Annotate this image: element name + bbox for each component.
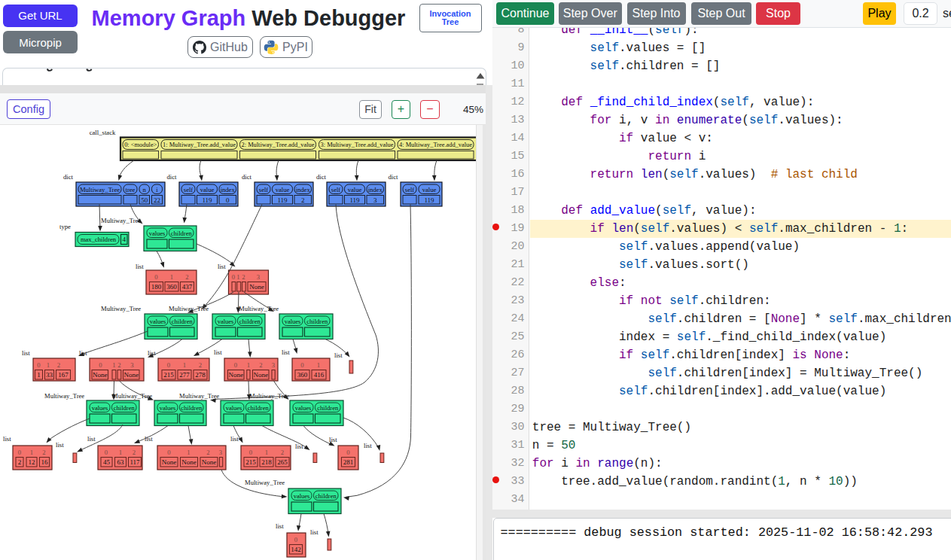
svg-text:0: 0 (294, 536, 297, 543)
svg-text:1: 1 (47, 361, 50, 369)
svg-text:215: 215 (163, 371, 174, 379)
svg-text:list: list (230, 435, 239, 443)
svg-text:0: 0 (154, 273, 157, 281)
svg-text:children: children (114, 404, 136, 412)
svg-text:2: 2 (199, 361, 202, 369)
svg-text:360: 360 (297, 371, 308, 379)
svg-text:values: values (226, 404, 242, 412)
svg-text:3: 3 (257, 273, 260, 281)
svg-text:self: self (331, 186, 341, 193)
svg-text:0: <module>: 0: <module> (124, 142, 157, 148)
svg-text:Multiway_Tree: Multiway_Tree (245, 479, 285, 486)
svg-text:dict: dict (389, 173, 399, 181)
svg-text:119: 119 (277, 196, 288, 204)
svg-text:list: list (334, 352, 343, 359)
svg-text:children: children (239, 318, 261, 325)
svg-text:Multiway_Tree: Multiway_Tree (80, 186, 120, 193)
svg-text:142: 142 (291, 546, 301, 553)
svg-text:1: 1 (119, 449, 122, 456)
svg-text:children: children (315, 492, 337, 500)
svg-text:3: 3 (130, 361, 133, 369)
svg-text:n: n (143, 186, 147, 193)
svg-text:277: 277 (179, 371, 190, 379)
svg-text:117: 117 (130, 458, 140, 466)
svg-text:1: Multiway_Tree.add_value: 1: Multiway_Tree.add_value (163, 142, 236, 148)
svg-text:4: Multiway_Tree.add_value: 4: Multiway_Tree.add_value (399, 142, 472, 148)
svg-text:children: children (172, 318, 194, 325)
svg-text:3: Multiway_Tree.add_value: 3: Multiway_Tree.add_value (321, 142, 394, 148)
svg-text:22: 22 (154, 196, 160, 204)
svg-text:3: 3 (373, 196, 377, 204)
svg-text:children: children (181, 404, 203, 412)
svg-text:0: 0 (167, 361, 170, 369)
svg-text:360: 360 (166, 283, 177, 291)
svg-text:167: 167 (58, 371, 69, 379)
svg-text:281: 281 (343, 458, 354, 466)
svg-text:self: self (259, 186, 269, 193)
svg-text:1: 1 (37, 371, 41, 379)
svg-text:value: value (422, 186, 437, 193)
svg-text:2: 2 (57, 361, 60, 369)
svg-text:1: 1 (317, 361, 320, 369)
svg-text:265: 265 (277, 458, 288, 466)
svg-text:list: list (136, 263, 144, 270)
svg-text:Multiway_Tree: Multiway_Tree (112, 392, 152, 400)
svg-text:list: list (364, 442, 372, 449)
svg-text:12: 12 (29, 458, 35, 466)
svg-text:0: 0 (99, 361, 102, 369)
svg-text:218: 218 (261, 458, 272, 466)
svg-text:437: 437 (182, 283, 193, 291)
svg-text:1: 1 (183, 361, 186, 369)
svg-text:None: None (93, 371, 108, 379)
svg-text:children: children (306, 318, 328, 325)
svg-text:list: list (310, 528, 319, 536)
svg-text:list: list (56, 441, 64, 449)
svg-text:2: 2 (42, 449, 45, 456)
svg-text:list: list (3, 435, 11, 443)
svg-text:Multiway_Tree: Multiway_Tree (179, 392, 219, 400)
svg-text:2: 2 (117, 361, 120, 369)
svg-text:33: 33 (46, 371, 53, 379)
svg-text:list: list (276, 522, 284, 530)
svg-text:None: None (249, 283, 264, 291)
svg-text:index: index (368, 186, 383, 193)
svg-text:0: 0 (37, 361, 40, 369)
svg-text:2: 2 (242, 273, 245, 281)
svg-text:list: list (282, 348, 290, 356)
svg-text:dict: dict (242, 173, 252, 181)
svg-text:119: 119 (202, 196, 212, 204)
svg-text:value: value (200, 186, 215, 193)
svg-text:0: 0 (249, 449, 252, 456)
svg-text:2: 2 (301, 196, 305, 204)
svg-text:children: children (171, 230, 193, 237)
svg-text:2: 2 (259, 361, 262, 369)
svg-text:values: values (92, 404, 108, 412)
svg-text:50: 50 (141, 196, 148, 204)
svg-text:values: values (294, 492, 310, 500)
svg-text:0: 0 (346, 449, 349, 456)
svg-text:index: index (296, 186, 311, 193)
svg-text:1: 1 (247, 361, 250, 369)
svg-text:2: 2 (185, 273, 188, 281)
svg-text:416: 416 (314, 371, 325, 379)
svg-text:0: 0 (18, 449, 21, 456)
svg-text:2: 2 (133, 449, 136, 456)
svg-text:list: list (218, 263, 226, 270)
svg-text:1: 1 (265, 449, 268, 456)
svg-text:119: 119 (349, 196, 360, 204)
svg-text:2: 2 (281, 449, 284, 456)
svg-text:1: 1 (236, 273, 239, 281)
svg-text:1: 1 (170, 273, 173, 281)
svg-text:values: values (160, 404, 176, 412)
svg-text:None: None (254, 371, 269, 379)
svg-text:None: None (229, 371, 244, 379)
svg-text:None: None (181, 458, 197, 466)
svg-text:children: children (248, 404, 270, 412)
svg-text:value: value (276, 186, 290, 193)
svg-text:values: values (149, 230, 166, 237)
svg-text:dict: dict (63, 173, 74, 181)
svg-text:values: values (218, 318, 234, 325)
svg-text:16: 16 (41, 458, 49, 466)
svg-text:list: list (22, 349, 30, 357)
svg-text:215: 215 (245, 458, 256, 466)
